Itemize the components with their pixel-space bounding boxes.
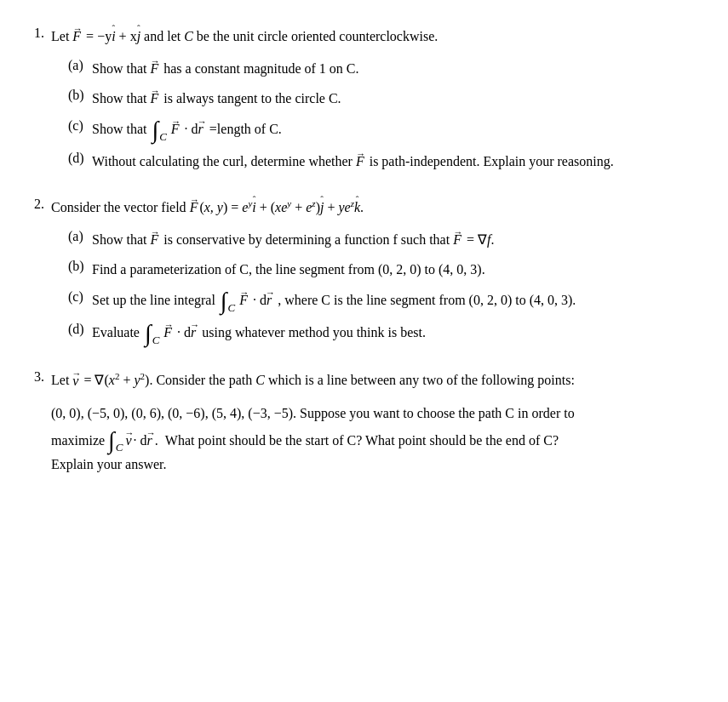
p1d-rest: is path-independent. Explain your reason…	[370, 154, 614, 168]
problem-2-parts: (a) Show that F is conservative by deter…	[68, 229, 694, 346]
p2c-pre: Set up the line integral	[92, 293, 215, 307]
problem-2-header: 2. Consider the vector field F(x, y) = e…	[34, 197, 694, 219]
p2-part-c-label: (c)	[68, 289, 92, 305]
p2-part-d-label: (d)	[68, 322, 92, 337]
integral-sub-3: C	[152, 332, 160, 350]
integral-c-1: ∫C	[152, 118, 165, 142]
problem-1-part-b: (b) Show that F is always tangent to the…	[68, 88, 694, 110]
integral-sign-4: ∫	[108, 429, 115, 453]
part-c-label: (c)	[68, 118, 92, 134]
p3-end: Suppose you want to choose the path C in…	[300, 406, 575, 420]
p3-maximize-post: What point should be the start of C? Wha…	[165, 429, 559, 452]
problem-3-number: 3.	[34, 369, 51, 385]
part-b-label: (b)	[68, 88, 92, 103]
p3-explain-text: Explain your answer.	[51, 457, 167, 471]
p2-part-d-text: Evaluate ∫C F · dr using whatever method…	[92, 322, 694, 345]
p2-part-a-label: (a)	[68, 229, 92, 244]
p1a-rest: has a constant magnitude of 1 on C.	[163, 61, 358, 76]
p2-part-b-label: (b)	[68, 259, 92, 274]
integral-sub-4: C	[116, 438, 123, 457]
integral-sub-2: C	[228, 300, 236, 317]
integral-sub-1: C	[159, 128, 167, 146]
problem-2-part-b: (b) Find a parameterization of C, the li…	[68, 259, 694, 281]
p1b-rest: is always tangent to the circle C.	[163, 91, 341, 106]
problem-1: 1. Let F = −yi + xj and let C be the uni…	[34, 26, 694, 173]
p1c-post: =length of C.	[209, 122, 282, 136]
problem-3-intro: Let v = ∇(x2 + y2). Consider the path C …	[51, 369, 694, 391]
integral-sign-3: ∫	[145, 322, 152, 345]
problem-1-number: 1.	[34, 26, 51, 41]
problem-2-part-d: (d) Evaluate ∫C F · dr using whatever me…	[68, 322, 694, 345]
problem-2-part-a: (a) Show that F is conservative by deter…	[68, 229, 694, 251]
p3-explain: Explain your answer.	[51, 453, 694, 476]
p2a-show-that: Show that	[92, 232, 146, 247]
problem-1-intro: Let F = −yi + xj and let C be the unit c…	[51, 26, 694, 48]
problem-2: 2. Consider the vector field F(x, y) = e…	[34, 197, 694, 346]
p2-part-a-text: Show that F is conservative by determini…	[92, 229, 694, 251]
p1d-text: Without calculating the curl, determine …	[92, 154, 353, 168]
p2d-post: using whatever method you think is best.	[202, 325, 426, 340]
maximize-line: maximize ∫C v · dr. What point should be…	[51, 429, 694, 453]
part-a-text: Show that F has a constant magnitude of …	[92, 58, 694, 80]
p2a-rest: is conservative by determining a functio…	[163, 232, 450, 247]
p1b-show-that: Show that	[92, 91, 146, 106]
problem-3: 3. Let v = ∇(x2 + y2). Consider the path…	[34, 369, 694, 475]
part-d-label: (d)	[68, 151, 92, 166]
problem-2-number: 2.	[34, 197, 51, 212]
part-b-text: Show that F is always tangent to the cir…	[92, 88, 694, 110]
problem-1-header: 1. Let F = −yi + xj and let C be the uni…	[34, 26, 694, 48]
part-c-text: Show that ∫C F · dr =length of C.	[92, 118, 694, 142]
p2d-pre: Evaluate	[92, 325, 140, 340]
p2c-post: , where C is the line segment from (0, 2…	[278, 293, 576, 307]
problem-1-part-d: (d) Without calculating the curl, determ…	[68, 151, 694, 173]
integral-c-3: ∫C	[145, 322, 158, 345]
problem-2-part-c: (c) Set up the line integral ∫C F · dr ,…	[68, 289, 694, 313]
p1c-pre: Show that	[92, 122, 146, 136]
p3-end-text: Suppose you want to choose the path C in…	[300, 406, 575, 420]
integral-c-4: ∫C	[108, 429, 122, 453]
problem-1-parts: (a) Show that F has a constant magnitude…	[68, 58, 694, 173]
p1a-show-that: Show that	[92, 61, 146, 76]
integral-sign-1: ∫	[152, 118, 158, 142]
p3-points: (0, 0), (−5, 0), (0, 6), (0, −6), (5, 4)…	[51, 406, 296, 420]
part-d-text: Without calculating the curl, determine …	[92, 151, 694, 173]
p2-part-b-text: Find a parameterization of C, the line s…	[92, 259, 694, 281]
integral-c-2: ∫C	[221, 289, 234, 313]
problem-1-part-c: (c) Show that ∫C F · dr =length of C.	[68, 118, 694, 142]
problem-3-header: 3. Let v = ∇(x2 + y2). Consider the path…	[34, 369, 694, 391]
problem-2-intro: Consider the vector field F(x, y) = eyi …	[51, 197, 694, 219]
problem-3-continuation: (0, 0), (−5, 0), (0, 6), (0, −6), (5, 4)…	[51, 402, 694, 475]
part-a-label: (a)	[68, 58, 92, 73]
p2-part-c-text: Set up the line integral ∫C F · dr , whe…	[92, 289, 694, 313]
problem-1-part-a: (a) Show that F has a constant magnitude…	[68, 58, 694, 80]
integral-sign-2: ∫	[221, 289, 227, 313]
